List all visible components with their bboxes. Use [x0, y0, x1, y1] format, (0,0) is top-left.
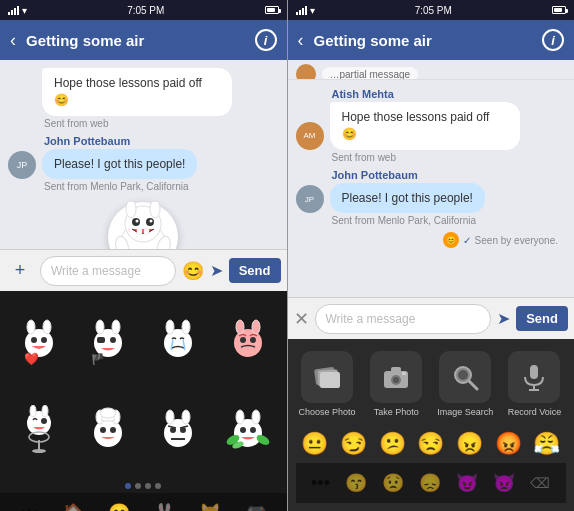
tray-nav-game[interactable]: 🎮	[245, 502, 267, 511]
right-tray-backspace[interactable]: ⌫	[530, 475, 550, 491]
svg-text:❤️: ❤️	[24, 351, 39, 365]
left-send-arrow[interactable]: ➤	[210, 261, 223, 280]
left-meta-2: Sent from Menlo Park, California	[8, 181, 279, 192]
sticker-cell-5[interactable]	[6, 387, 72, 473]
right-tray-e4[interactable]: 😈	[456, 472, 478, 494]
media-grid: Choose Photo Take Photo	[296, 351, 567, 417]
right-tray-e5[interactable]: 👿	[493, 472, 515, 494]
record-voice-item[interactable]: Record Voice	[503, 351, 566, 417]
left-plus-button[interactable]: +	[6, 257, 34, 285]
right-tray-e2[interactable]: 😟	[382, 472, 404, 494]
right-close-button[interactable]: ✕	[294, 308, 309, 330]
svg-point-3	[150, 202, 160, 218]
svg-point-51	[182, 410, 190, 424]
left-sticker	[8, 198, 279, 249]
image-search-icon-wrap	[439, 351, 491, 403]
sticker-cell-1[interactable]: ❤️	[6, 297, 72, 383]
right-media-tray: Choose Photo Take Photo	[288, 339, 575, 511]
dot-1	[125, 483, 131, 489]
choose-photo-icon	[301, 351, 353, 403]
svg-line-72	[469, 381, 477, 389]
svg-point-7	[150, 220, 153, 223]
tray-nav-emoji[interactable]: 😊	[108, 502, 130, 511]
sticker-cell-3[interactable]	[145, 297, 211, 383]
right-overflow-msg: …partial message	[288, 60, 575, 80]
left-message-input[interactable]: Write a message	[40, 256, 176, 286]
left-info-button[interactable]: i	[255, 29, 277, 51]
emoji-2[interactable]: 😏	[340, 431, 367, 457]
svg-rect-9	[144, 229, 149, 234]
emoji-4[interactable]: 😒	[417, 431, 444, 457]
svg-point-67	[393, 377, 399, 383]
left-status-bar: ▾ 7:05 PM	[0, 0, 287, 20]
left-emoji-button[interactable]: 😊	[182, 260, 204, 282]
svg-point-6	[136, 220, 139, 223]
sticker-image	[108, 202, 178, 249]
right-message-group-1: Atish Mehta AM Hope those lessons paid o…	[296, 88, 567, 163]
svg-point-15	[43, 320, 51, 334]
right-tray-nav: ••• 😙 😟 😞 😈 👿 ⌫	[296, 463, 567, 503]
right-message-input[interactable]: Write a message	[315, 304, 492, 334]
svg-point-31	[236, 320, 244, 334]
left-back-button[interactable]: ‹	[10, 30, 16, 51]
emoji-5[interactable]: 😠	[456, 431, 483, 457]
svg-point-41	[32, 449, 46, 453]
emoji-3[interactable]: 😕	[379, 431, 406, 457]
right-back-button[interactable]: ‹	[298, 30, 304, 51]
tray-nav-cat[interactable]: 🐱	[199, 502, 221, 511]
right-tray-more[interactable]: •••	[311, 473, 330, 494]
left-nav-bar: ‹ Getting some air i	[0, 20, 287, 60]
take-photo-label: Take Photo	[374, 407, 419, 417]
dot-4	[155, 483, 161, 489]
sticker-cell-4[interactable]	[215, 297, 281, 383]
choose-photo-item[interactable]: Choose Photo	[296, 351, 359, 417]
right-nav-bar: ‹ Getting some air i	[288, 20, 575, 60]
right-time: 7:05 PM	[415, 5, 452, 16]
wifi-icon: ▾	[22, 5, 27, 16]
take-photo-item[interactable]: Take Photo	[365, 351, 428, 417]
tray-nav-more[interactable]: •••	[20, 503, 39, 512]
left-bubble-row-2: JP Please! I got this people!	[8, 149, 279, 180]
right-message-group-2: John Pottebaum JP Please! I got this peo…	[296, 169, 567, 227]
right-wifi-icon: ▾	[310, 5, 315, 16]
left-send-button[interactable]: Send	[229, 258, 281, 283]
left-status-left: ▾	[8, 5, 27, 16]
svg-point-55	[236, 410, 244, 424]
emoji-6[interactable]: 😡	[495, 431, 522, 457]
svg-rect-69	[402, 372, 406, 375]
svg-point-36	[30, 405, 36, 417]
svg-point-2	[126, 202, 136, 218]
sticker-cell-6[interactable]	[76, 387, 142, 473]
seen-text: Seen by everyone.	[475, 235, 558, 246]
right-send-button[interactable]: Send	[516, 306, 568, 331]
left-time: 7:05 PM	[127, 5, 164, 16]
sticker-cell-2[interactable]: 🏴	[76, 297, 142, 383]
left-input-bar: + Write a message 😊 ➤ Send	[0, 249, 287, 291]
svg-point-46	[110, 427, 116, 433]
right-avatar-2: JP	[296, 185, 324, 213]
sticker-dots	[0, 479, 287, 493]
right-tray-e1[interactable]: 😙	[345, 472, 367, 494]
left-status-right	[265, 6, 279, 14]
right-tray-e3[interactable]: 😞	[419, 472, 441, 494]
battery-icon	[265, 6, 279, 14]
right-seen-row: 😊 ✓ Seen by everyone.	[296, 232, 567, 248]
seen-checkmark: ✓	[463, 235, 471, 246]
image-search-item[interactable]: Image Search	[434, 351, 497, 417]
sticker-svg	[108, 202, 178, 249]
sticker-cell-7[interactable]	[145, 387, 211, 473]
sticker-cell-8[interactable]	[215, 387, 281, 473]
svg-point-20	[96, 320, 104, 334]
svg-point-34	[250, 337, 256, 343]
emoji-7[interactable]: 😤	[533, 431, 560, 457]
right-send-arrow[interactable]: ➤	[497, 309, 510, 328]
tray-nav-home[interactable]: 🏠	[62, 502, 84, 511]
seen-avatar: 😊	[443, 232, 459, 248]
emoji-1[interactable]: 😐	[301, 431, 328, 457]
right-emoji-row-1: 😐 😏 😕 😒 😠 😡 😤	[296, 425, 567, 463]
tray-nav-bunny[interactable]: 🐰	[153, 502, 175, 511]
right-bubble-1: Hope those lessons paid off 😊	[330, 102, 520, 150]
right-info-button[interactable]: i	[542, 29, 564, 51]
svg-rect-8	[137, 229, 142, 234]
record-voice-label: Record Voice	[508, 407, 562, 417]
